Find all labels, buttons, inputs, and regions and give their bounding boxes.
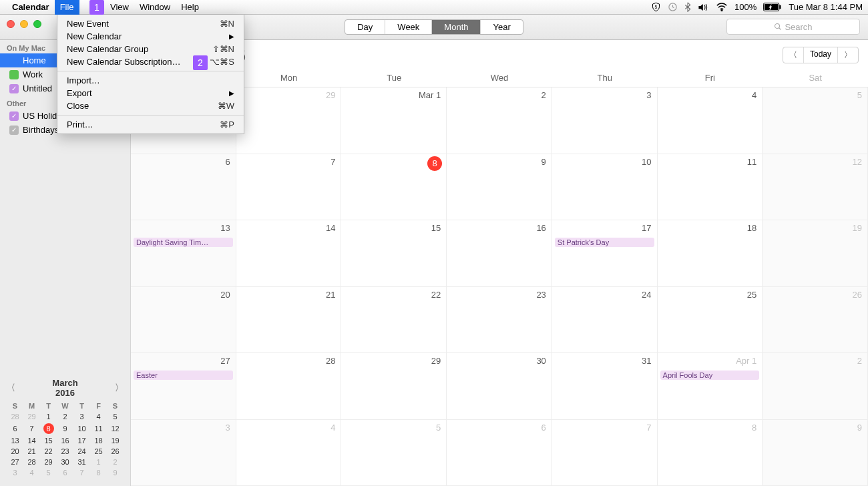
day-cell[interactable]: 3	[552, 87, 658, 154]
timemachine-icon[interactable]	[668, 2, 678, 12]
day-cell[interactable]: 13Daylight Saving Tim…	[131, 220, 236, 287]
volume-icon[interactable]	[698, 3, 709, 12]
view-year[interactable]: Year	[481, 20, 522, 34]
day-cell[interactable]: 23	[447, 287, 552, 354]
day-cell[interactable]: 2	[763, 353, 868, 420]
view-day[interactable]: Day	[345, 20, 385, 34]
day-cell[interactable]: 24	[552, 287, 658, 354]
day-cell[interactable]: 4	[236, 420, 342, 487]
day-cell[interactable]: Mar 1	[341, 87, 447, 154]
minimize-window-button[interactable]	[20, 20, 28, 28]
checkbox-icon[interactable]: ✓	[9, 111, 19, 121]
day-cell[interactable]: 30	[447, 353, 552, 420]
mini-cal-day[interactable]: 15	[40, 435, 57, 446]
menu-item-new-calendar[interactable]: New Calendar▶	[57, 30, 244, 43]
menu-item-import-[interactable]: Import…	[57, 74, 244, 87]
mini-cal-day[interactable]: 30	[57, 457, 73, 467]
mini-cal-day[interactable]: 1	[40, 411, 57, 422]
menu-view[interactable]: View	[105, 0, 134, 15]
mini-cal-day[interactable]: 18	[90, 435, 107, 446]
event-pill[interactable]: April Fools Day	[660, 371, 760, 380]
day-cell[interactable]: 11	[658, 154, 763, 221]
battery-icon[interactable]	[763, 3, 782, 11]
mini-cal-day[interactable]: 26	[107, 446, 124, 457]
mini-cal-day[interactable]: 1	[90, 457, 107, 467]
day-cell[interactable]: Apr 1April Fools Day	[658, 353, 763, 420]
day-cell[interactable]: 18	[658, 220, 763, 287]
month-nav[interactable]: 〈 Today 〉	[783, 47, 859, 63]
day-cell[interactable]: 5	[763, 87, 868, 154]
mini-cal-day[interactable]: 2	[107, 457, 124, 467]
mini-cal-day[interactable]: 12	[107, 422, 124, 435]
day-cell[interactable]: 7	[236, 154, 342, 221]
mini-cal-day[interactable]: 29	[23, 411, 40, 422]
mini-cal-day[interactable]: 19	[107, 435, 124, 446]
checkbox-icon[interactable]: ✓	[9, 84, 19, 93]
menu-item-close[interactable]: Close⌘W	[57, 99, 244, 112]
app-name[interactable]: Calendar	[7, 2, 55, 12]
mini-cal-day[interactable]: 4	[23, 467, 40, 478]
menu-help[interactable]: Help	[176, 0, 204, 15]
mini-cal-day[interactable]: 28	[7, 411, 23, 422]
mini-cal-prev[interactable]: 〈	[7, 382, 15, 394]
battery-percent[interactable]: 100%	[734, 2, 756, 12]
checkbox-icon[interactable]: ✓	[9, 126, 19, 135]
search-input[interactable]: Search	[726, 19, 860, 35]
day-cell[interactable]: 6	[447, 420, 552, 487]
mini-cal-day[interactable]: 7	[23, 422, 40, 435]
mini-cal-next[interactable]: 〉	[115, 382, 124, 394]
today-button[interactable]: Today	[804, 47, 838, 63]
mini-cal-day[interactable]: 27	[7, 457, 23, 467]
day-cell[interactable]: 8	[341, 154, 447, 221]
mini-cal-day[interactable]: 28	[23, 457, 40, 467]
day-cell[interactable]: 16	[447, 220, 552, 287]
mini-cal-day[interactable]: 17	[73, 435, 90, 446]
menu-item-new-calendar-group[interactable]: New Calendar Group⇧⌘N	[57, 43, 244, 55]
mini-cal-day[interactable]: 24	[73, 446, 90, 457]
view-month[interactable]: Month	[432, 20, 481, 34]
day-cell[interactable]: 10	[552, 154, 658, 221]
menubar-clock[interactable]: Tue Mar 8 1:44 PM	[789, 2, 863, 12]
day-cell[interactable]: 28	[236, 353, 342, 420]
menu-item-print-[interactable]: Print…⌘P	[57, 118, 244, 131]
day-cell[interactable]: 9	[763, 420, 868, 487]
day-cell[interactable]: 7	[552, 420, 658, 487]
zoom-window-button[interactable]	[33, 20, 41, 28]
mini-cal-day[interactable]: 7	[73, 467, 90, 478]
mini-cal-day[interactable]: 20	[7, 446, 23, 457]
menu-item-new-calendar-subscription-[interactable]: New Calendar Subscription…⌥⌘S	[57, 55, 244, 68]
day-cell[interactable]: 19	[763, 220, 868, 287]
day-cell[interactable]: 25	[658, 287, 763, 354]
window-controls[interactable]	[7, 20, 41, 28]
menu-window[interactable]: Window	[134, 0, 176, 15]
view-segmented-control[interactable]: DayWeekMonthYear	[345, 19, 523, 35]
mini-cal-day[interactable]: 22	[40, 446, 57, 457]
mini-cal-day[interactable]: 21	[23, 446, 40, 457]
view-week[interactable]: Week	[385, 20, 432, 34]
day-cell[interactable]: 29	[236, 87, 342, 154]
mini-cal-day[interactable]: 8	[90, 467, 107, 478]
day-cell[interactable]: 20	[131, 287, 236, 354]
next-month-button[interactable]: 〉	[838, 47, 858, 63]
mini-cal-day[interactable]: 29	[40, 457, 57, 467]
mini-cal-day[interactable]: 31	[73, 457, 90, 467]
mini-cal-day[interactable]: 4	[90, 411, 107, 422]
day-cell[interactable]: 21	[236, 287, 342, 354]
bluetooth-icon[interactable]	[684, 2, 691, 12]
day-cell[interactable]: 27Easter	[131, 353, 236, 420]
mini-cal-day[interactable]: 9	[107, 467, 124, 478]
mini-cal-day[interactable]: 16	[57, 435, 73, 446]
event-pill[interactable]: Easter	[134, 371, 233, 380]
prev-month-button[interactable]: 〈	[783, 47, 804, 63]
day-cell[interactable]: 12	[763, 154, 868, 221]
mini-cal-day[interactable]: 3	[7, 467, 23, 478]
day-cell[interactable]: 15	[341, 220, 447, 287]
mini-cal-day[interactable]: 25	[90, 446, 107, 457]
day-cell[interactable]: 31	[552, 353, 658, 420]
day-cell[interactable]: 17St Patrick's Day	[552, 220, 658, 287]
day-cell[interactable]: 9	[447, 154, 552, 221]
day-cell[interactable]: 22	[341, 287, 447, 354]
mini-cal-day[interactable]: 6	[57, 467, 73, 478]
mini-cal-day[interactable]: 13	[7, 435, 23, 446]
month-grid[interactable]: 2829Mar 12345678910111213Daylight Saving…	[131, 87, 868, 486]
